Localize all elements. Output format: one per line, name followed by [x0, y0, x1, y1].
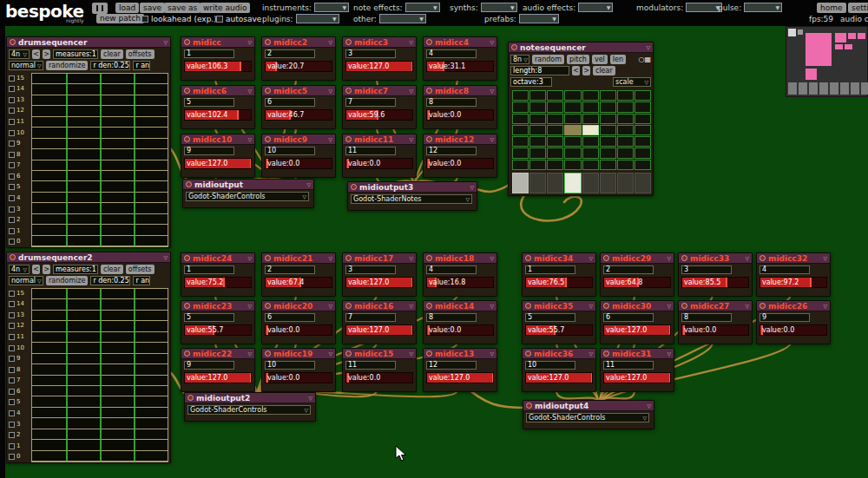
row-toggle[interactable]: 1: [9, 226, 30, 237]
enable-circle-icon[interactable]: [426, 303, 432, 309]
chevron-down-icon[interactable]: ▽: [247, 88, 252, 94]
chevron-down-icon[interactable]: ▽: [490, 256, 494, 261]
enable-circle-icon[interactable]: [10, 254, 16, 260]
module-titlebar[interactable]: midicc20▽: [262, 301, 335, 311]
row-toggle[interactable]: 13: [9, 95, 30, 106]
note-cell[interactable]: [582, 160, 599, 170]
mode-dropdown[interactable]: normal▽: [9, 61, 43, 70]
interval-dropdown[interactable]: 4n▽: [9, 49, 30, 59]
note-cell[interactable]: [600, 125, 616, 135]
module-titlebar[interactable]: midicc5▽: [262, 86, 335, 96]
enable-circle-icon[interactable]: [525, 303, 531, 309]
value-slider[interactable]: value:59.6: [345, 109, 413, 121]
enable-circle-icon[interactable]: [603, 255, 609, 261]
row-toggle[interactable]: 8: [9, 149, 30, 160]
save-as-button[interactable]: save as: [164, 3, 201, 13]
octave-slider[interactable]: octave:3: [510, 77, 552, 87]
value-slider[interactable]: value:55.7: [525, 324, 593, 336]
value-slider[interactable]: value:55.7: [184, 324, 252, 336]
note-bottom-row[interactable]: [512, 173, 651, 193]
value-slider[interactable]: value:20.7: [265, 61, 332, 72]
enable-circle-icon[interactable]: [426, 136, 432, 142]
cc-number-field[interactable]: 10: [265, 147, 315, 155]
note-bottom-cell[interactable]: [600, 173, 616, 193]
cc-number-field[interactable]: 2: [265, 49, 315, 58]
len-button[interactable]: len: [610, 55, 626, 64]
enable-circle-icon[interactable]: [603, 303, 609, 309]
pause-button[interactable]: [92, 3, 108, 14]
cc-number-field[interactable]: 12: [426, 361, 477, 370]
note-cell[interactable]: [635, 125, 651, 135]
note-cell[interactable]: [529, 114, 546, 124]
enable-circle-icon[interactable]: [184, 350, 190, 357]
load-button[interactable]: load: [115, 3, 139, 13]
shift-left-button[interactable]: <: [32, 265, 40, 274]
module-titlebar[interactable]: drumsequencer2▽: [7, 252, 170, 263]
cc-number-field[interactable]: 5: [525, 313, 575, 322]
module-titlebar[interactable]: midicc6▽: [181, 86, 254, 96]
row-toggle[interactable]: 11: [9, 331, 30, 343]
enable-circle-icon[interactable]: [603, 350, 609, 357]
row-toggle[interactable]: 11: [9, 116, 30, 128]
value-slider[interactable]: value:0.0: [681, 324, 749, 336]
module-titlebar[interactable]: midicc11▽: [343, 134, 416, 145]
enable-circle-icon[interactable]: [760, 303, 766, 309]
module-titlebar[interactable]: midicc31▽: [601, 349, 674, 359]
vel-button[interactable]: vel: [592, 55, 608, 64]
cc-number-field[interactable]: 10: [265, 361, 315, 370]
module-titlebar[interactable]: midioutput▽: [183, 180, 313, 190]
enable-circle-icon[interactable]: [426, 39, 432, 45]
enable-circle-icon[interactable]: [345, 303, 352, 309]
instruments-dropdown[interactable]: ▼: [314, 3, 349, 12]
note-cell[interactable]: [564, 136, 581, 147]
cc-number-field[interactable]: 1: [525, 265, 575, 274]
enable-circle-icon[interactable]: [265, 88, 271, 94]
note-cell[interactable]: [617, 90, 634, 101]
value-slider[interactable]: value:0.0: [265, 158, 332, 169]
chevron-down-icon[interactable]: ▽: [328, 351, 332, 357]
module-titlebar[interactable]: midicc27▽: [679, 301, 752, 311]
chevron-down-icon[interactable]: ▽: [328, 256, 332, 261]
cc-number-field[interactable]: 8: [426, 98, 477, 107]
cc-number-field[interactable]: 7: [345, 313, 396, 322]
module-titlebar[interactable]: midicc14▽: [424, 301, 496, 311]
enable-circle-icon[interactable]: [511, 44, 517, 50]
shift-left-button[interactable]: <: [572, 66, 580, 75]
note-cell[interactable]: [529, 147, 546, 158]
chevron-down-icon[interactable]: ▽: [667, 351, 671, 357]
note-cell[interactable]: [635, 160, 651, 170]
note-cell[interactable]: [547, 101, 563, 112]
module-titlebar[interactable]: midicc34▽: [523, 253, 595, 264]
row-toggle[interactable]: 6: [9, 386, 30, 397]
chevron-down-icon[interactable]: ▽: [247, 351, 252, 357]
chevron-down-icon[interactable]: ▽: [490, 304, 494, 309]
enable-circle-icon[interactable]: [525, 255, 531, 261]
module-titlebar[interactable]: midicc32▽: [757, 253, 830, 264]
note-bottom-cell[interactable]: [564, 173, 581, 193]
enable-circle-icon[interactable]: [760, 255, 766, 261]
value-slider[interactable]: value:127.0: [603, 324, 671, 336]
row-toggle[interactable]: 3: [9, 419, 30, 430]
enable-circle-icon[interactable]: [184, 303, 190, 309]
chevron-down-icon[interactable]: ▽: [247, 137, 252, 142]
chevron-down-icon[interactable]: ▽: [589, 256, 593, 261]
shift-right-button[interactable]: >: [582, 66, 590, 75]
row-toggle[interactable]: 10: [9, 128, 30, 139]
enable-circle-icon[interactable]: [265, 255, 271, 261]
module-titlebar[interactable]: midicc▽: [181, 37, 254, 48]
chevron-down-icon[interactable]: ▽: [163, 255, 168, 260]
chevron-down-icon[interactable]: ▽: [328, 137, 332, 142]
chevron-down-icon[interactable]: ▽: [328, 88, 332, 94]
value-slider[interactable]: value:0.0: [426, 109, 494, 121]
row-toggle[interactable]: 14: [9, 299, 30, 311]
note-cell[interactable]: [512, 136, 529, 147]
note-cell[interactable]: [564, 114, 581, 124]
enable-circle-icon[interactable]: [265, 303, 271, 309]
chevron-down-icon[interactable]: ▽: [328, 304, 332, 309]
enable-circle-icon[interactable]: [526, 403, 532, 409]
cc-number-field[interactable]: 9: [184, 361, 234, 370]
grid-view-icon[interactable]: ○▦: [638, 56, 651, 63]
note-cell[interactable]: [512, 101, 529, 112]
cc-number-field[interactable]: 10: [525, 361, 575, 370]
row-toggle[interactable]: 5: [9, 182, 30, 193]
